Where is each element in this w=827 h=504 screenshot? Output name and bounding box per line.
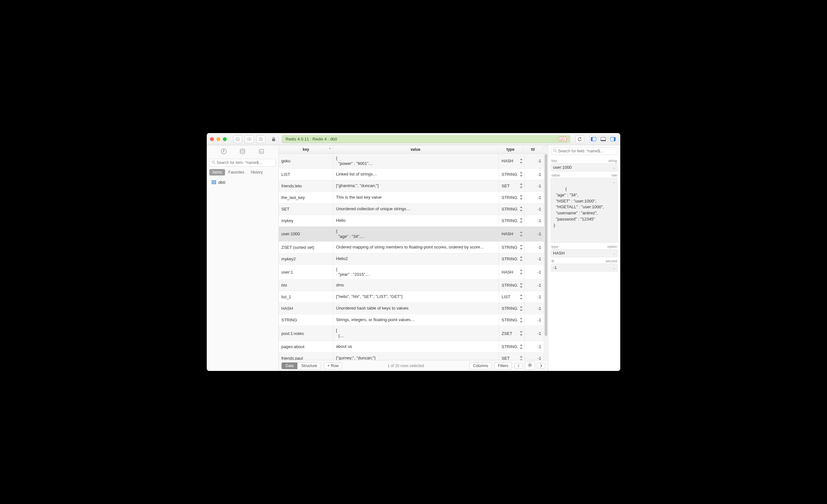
scrollbar-track[interactable]	[544, 154, 548, 360]
table-row[interactable]: goku{ "power" : "9001"…HASH-1	[279, 154, 544, 169]
cell-type[interactable]: HASH	[499, 265, 525, 280]
cell-type[interactable]: STRING	[499, 253, 525, 264]
type-stepper-icon[interactable]	[519, 283, 523, 288]
close-window-button[interactable]	[210, 137, 214, 141]
type-stepper-icon[interactable]	[519, 231, 523, 237]
toggle-left-panel-button[interactable]	[589, 136, 598, 143]
cell-value[interactable]: Ordered mapping of string members to flo…	[333, 242, 499, 253]
type-stepper-icon[interactable]	[519, 244, 523, 250]
scrollbar-thumb[interactable]	[545, 154, 547, 336]
inspector-value-field[interactable]: { "age" : "34", "HSET" : "user:1000", "H…	[551, 178, 618, 243]
tab-items[interactable]: Items	[209, 169, 225, 175]
cell-value[interactable]: Linked list of strings…	[333, 169, 499, 180]
table-row[interactable]: list_1["hello", "hhi", "SET", "LIST", "G…	[279, 291, 544, 303]
cell-type[interactable]: STRING	[499, 242, 525, 253]
cell-value[interactable]: Hello	[333, 215, 499, 226]
list-button[interactable]	[256, 135, 265, 143]
table-row[interactable]: HASHUnordered hash table of keys to valu…	[279, 303, 544, 314]
sidebar-search-input[interactable]	[217, 160, 274, 165]
minimize-window-button[interactable]	[216, 137, 220, 141]
inspector-search[interactable]	[551, 147, 618, 155]
cell-ttl[interactable]: -1	[525, 341, 544, 352]
type-stepper-icon[interactable]	[519, 256, 523, 262]
cell-value[interactable]: Strings, integers, or floating-point val…	[333, 314, 499, 325]
type-stepper-icon[interactable]	[519, 269, 523, 275]
tree-item-db0[interactable]: db0	[210, 179, 275, 186]
table-row[interactable]: STRINGStrings, integers, or floating-poi…	[279, 314, 544, 326]
cell-type[interactable]: STRING	[499, 280, 525, 291]
columns-button[interactable]: Columns	[470, 362, 492, 369]
cell-value[interactable]: ["gurney;", "duncan;"]	[333, 353, 499, 360]
cell-value[interactable]: { "year" : "2015",…	[333, 265, 499, 280]
cell-value[interactable]: Unordered hash table of keys to values	[333, 303, 499, 314]
cell-key[interactable]: LIST	[279, 169, 333, 180]
sql-icon[interactable]: SQL	[257, 147, 265, 156]
cell-value[interactable]: This is the last key value	[333, 192, 499, 203]
cell-ttl[interactable]: -1	[525, 169, 544, 180]
column-header-key[interactable]: key ⌃	[279, 145, 333, 153]
table-row[interactable]: LISTLinked list of strings…STRING-1	[279, 169, 544, 180]
type-stepper-icon[interactable]	[519, 171, 523, 177]
cell-type[interactable]: SET	[499, 180, 525, 192]
cell-key[interactable]: ZSET (sorted set)	[279, 242, 333, 253]
type-stepper-icon[interactable]	[519, 158, 523, 164]
cell-ttl[interactable]: -1	[525, 242, 544, 253]
cell-type[interactable]: HASH	[499, 154, 525, 168]
cell-ttl[interactable]: -1	[525, 303, 544, 314]
cell-key[interactable]: mykey	[279, 215, 333, 226]
cell-value[interactable]: ["ghanima;", "duncan;"]	[333, 180, 499, 192]
table-row[interactable]: friends:paul["gurney;", "duncan;"]SET-1	[279, 353, 544, 360]
inspector-key-field[interactable]: user:1000 ⌄	[551, 163, 618, 171]
prev-page-button[interactable]	[515, 363, 523, 369]
cell-key[interactable]: mykey2	[279, 253, 333, 264]
type-stepper-icon[interactable]	[519, 331, 523, 336]
cell-key[interactable]: user:1	[279, 265, 333, 280]
table-row[interactable]: hhidmsSTRING-1	[279, 280, 544, 291]
tab-history[interactable]: History	[248, 169, 266, 175]
cell-key[interactable]: post:1:votes	[279, 326, 333, 341]
database-icon[interactable]	[238, 147, 247, 156]
sidebar-search[interactable]	[209, 159, 276, 166]
cell-key[interactable]: hhi	[279, 280, 333, 291]
cell-type[interactable]: STRING	[499, 303, 525, 314]
cell-ttl[interactable]: -1	[525, 291, 544, 302]
column-header-type[interactable]: type	[498, 145, 524, 153]
table-row[interactable]: mykeyHelloSTRING-1	[279, 215, 544, 226]
connection-path[interactable]: Redis 4.0.11 : Redis 4 : db0 pro	[282, 135, 570, 143]
filters-button[interactable]: Filters	[494, 362, 512, 369]
table-row[interactable]: pages:aboutabout usSTRING-1	[279, 341, 544, 353]
type-stepper-icon[interactable]	[519, 344, 523, 350]
cell-ttl[interactable]: -1	[525, 215, 544, 226]
cell-ttl[interactable]: -1	[525, 280, 544, 291]
stop-button[interactable]	[233, 135, 242, 143]
add-row-button[interactable]: + Row	[324, 362, 342, 369]
next-page-button[interactable]	[537, 363, 545, 369]
cell-ttl[interactable]: -1	[525, 180, 544, 192]
cell-ttl[interactable]: -1	[525, 203, 544, 215]
cell-value[interactable]: { "power" : "9001"…	[333, 154, 499, 168]
preview-button[interactable]	[245, 135, 254, 143]
type-stepper-icon[interactable]	[519, 317, 523, 323]
cell-value[interactable]: about us	[333, 341, 499, 352]
inspector-type-field[interactable]: HASH ⌄	[551, 249, 618, 257]
inspector-search-input[interactable]	[558, 149, 616, 153]
type-stepper-icon[interactable]	[519, 206, 523, 212]
view-structure-button[interactable]: Structure	[297, 363, 321, 369]
connection-icon[interactable]	[220, 147, 228, 156]
cell-key[interactable]: HASH	[279, 303, 333, 314]
cell-type[interactable]: STRING	[499, 203, 525, 215]
cell-ttl[interactable]: -1	[525, 326, 544, 341]
cell-value[interactable]: [ {…	[333, 326, 499, 341]
zoom-window-button[interactable]	[223, 137, 227, 141]
table-row[interactable]: user:1{ "year" : "2015",…HASH-1	[279, 265, 544, 280]
cell-key[interactable]: friends:leto	[279, 180, 333, 192]
cell-type[interactable]: STRING	[499, 192, 525, 203]
type-stepper-icon[interactable]	[519, 355, 523, 360]
cell-ttl[interactable]: -1	[525, 192, 544, 203]
type-stepper-icon[interactable]	[519, 294, 523, 300]
cell-key[interactable]: the_last_key	[279, 192, 333, 203]
cell-key[interactable]: goku	[279, 154, 333, 168]
inspector-ttl-field[interactable]: -1 ⌄	[551, 263, 618, 271]
type-stepper-icon[interactable]	[519, 218, 523, 223]
cell-key[interactable]: friends:paul	[279, 353, 333, 360]
